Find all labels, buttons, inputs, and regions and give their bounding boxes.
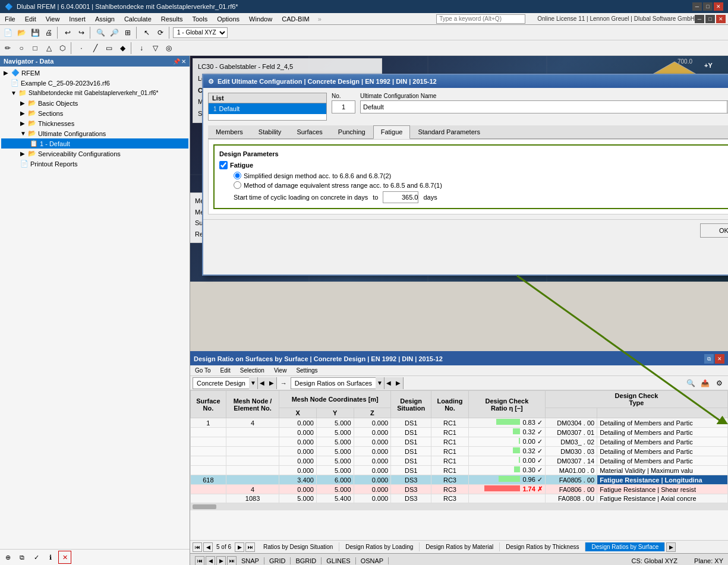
page-next-button[interactable]: ▶ [235, 542, 244, 552]
tb2-3[interactable]: □ [29, 42, 42, 55]
tb-rotate[interactable]: ⟳ [154, 26, 167, 39]
menu-options[interactable]: Options [212, 14, 244, 24]
nav-tb-info[interactable]: ℹ [44, 551, 57, 564]
maximize-button[interactable]: □ [703, 2, 713, 11]
list-item-1[interactable]: 1 Default [209, 103, 326, 114]
table-dropdown-icon[interactable]: ▼ [376, 377, 384, 389]
tb2-line[interactable]: ╱ [89, 42, 102, 55]
results-selection[interactable]: Selection [235, 366, 269, 375]
status-snap[interactable]: SNAP [241, 557, 264, 564]
nav-item-serviceability[interactable]: ▶ 📂 Serviceability Configurations [1, 149, 188, 159]
status-next-button[interactable]: ▶ [216, 556, 226, 566]
status-grid[interactable]: GRID [269, 557, 291, 564]
tab-design-ratios-by-thickness[interactable]: Design Ratios by Thickness [500, 542, 585, 551]
tab-fatigue[interactable]: Fatigue [373, 125, 411, 139]
tabs-scroll-right[interactable]: ▶ [666, 542, 676, 552]
tab-punching[interactable]: Punching [330, 125, 373, 138]
table-row[interactable]: 1 4 0.000 5.000 0.000 DS1 RC1 0.83 ✓ DM0… [191, 418, 728, 428]
page-first-button[interactable]: ⏮ [193, 542, 202, 552]
status-osnap[interactable]: OSNAP [361, 557, 389, 564]
table-row[interactable]: 618 3.400 6.000 0.000 DS3 RC3 0.96 ✓ FA0… [191, 475, 728, 485]
tb-redo[interactable]: ↪ [75, 26, 88, 39]
tab-design-ratios-by-surface[interactable]: Design Ratios by Surface [585, 542, 665, 551]
menu-window[interactable]: Window [244, 14, 277, 24]
no-input[interactable] [332, 100, 355, 113]
nav-tb-add[interactable]: ⊕ [1, 551, 14, 564]
toggle-sections[interactable]: ▶ [20, 110, 26, 116]
nav-tb-delete[interactable]: ✕ [58, 551, 71, 564]
nav-item-printout[interactable]: 📄 Printout Reports [1, 159, 188, 169]
ok-button[interactable]: OK [700, 223, 728, 238]
status-first-button[interactable]: ⏮ [195, 556, 204, 566]
page-prev-button[interactable]: ◀ [203, 542, 213, 552]
tb-zoom-out[interactable]: 🔎 [108, 26, 121, 39]
tb-zoom-in[interactable]: 🔍 [94, 26, 107, 39]
tab-design-ratios-by-material[interactable]: Design Ratios by Material [420, 542, 500, 551]
menu-insert[interactable]: Insert [64, 14, 90, 24]
nav-item-example[interactable]: 📄 Example C_25-09-2023v16.rf6 [1, 78, 188, 88]
module-next-button[interactable]: ▶ [267, 377, 276, 389]
nav-item-default[interactable]: 📋 1 - Default [1, 138, 188, 149]
results-edit[interactable]: Edit [216, 366, 235, 375]
search-input[interactable] [436, 14, 525, 24]
results-goto[interactable]: Go To [190, 366, 216, 375]
table-row[interactable]: 0.000 5.000 0.000 DS1 RC1 0.30 ✓ MA01.00… [191, 466, 728, 475]
nav-item-rfem[interactable]: ▶ 🔷 RFEM [1, 68, 188, 78]
tab-ratios-by-situation[interactable]: Ratios by Design Situation [257, 542, 339, 551]
table-row[interactable]: 0.000 5.000 0.000 DS1 RC1 0.00 ✓ DM03_ .… [191, 437, 728, 447]
minimize-button[interactable]: ─ [692, 2, 702, 11]
table-row[interactable]: 0.000 5.000 0.000 DS1 RC1 0.00 ✓ DM0307 … [191, 456, 728, 466]
tb2-5[interactable]: ⬡ [56, 42, 69, 55]
results-restore-button[interactable]: ⧉ [704, 354, 714, 364]
tb2-surface[interactable]: ▭ [102, 42, 115, 55]
tab-design-ratios-by-loading[interactable]: Design Ratios by Loading [339, 542, 420, 551]
tab-surfaces[interactable]: Surfaces [289, 125, 330, 138]
radio-damage[interactable] [234, 181, 241, 189]
table-prev-button[interactable]: ◀ [384, 377, 393, 389]
menu-view[interactable]: View [41, 14, 65, 24]
tab-standard-params[interactable]: Standard Parameters [410, 125, 488, 138]
tb2-1[interactable]: ✏ [1, 42, 14, 55]
results-tb-filter[interactable]: 🔍 [684, 377, 697, 390]
nav-close-button[interactable]: ✕ [181, 58, 186, 65]
start-time-input[interactable] [383, 191, 418, 203]
tb-select[interactable]: ↖ [140, 26, 153, 39]
results-view[interactable]: View [269, 366, 292, 375]
nav-tb-check[interactable]: ✓ [30, 551, 43, 564]
page-last-button[interactable]: ⏭ [245, 542, 255, 552]
table-row[interactable]: 0.000 5.000 0.000 DS1 RC1 0.32 ✓ DM030 .… [191, 447, 728, 456]
tb2-4[interactable]: △ [42, 42, 55, 55]
menu-minimize-button[interactable]: ─ [695, 15, 704, 23]
nav-item-project[interactable]: ▼ 📁 Stahlbetondecke mit Gabelstaplerverk… [1, 88, 188, 98]
tb-zoom-all[interactable]: ⊞ [121, 26, 134, 39]
toggle-ultimate[interactable]: ▼ [20, 130, 26, 137]
nav-pin-button[interactable]: 📌 [173, 58, 180, 65]
nav-item-sections[interactable]: ▶ 📂 Sections [1, 108, 188, 118]
tb2-node[interactable]: · [75, 42, 88, 55]
tb2-2[interactable]: ○ [15, 42, 28, 55]
toggle-serviceability[interactable]: ▶ [20, 150, 26, 157]
menu-cad-bim[interactable]: CAD-BIM [277, 14, 314, 24]
tb-open[interactable]: 📂 [15, 26, 28, 39]
tab-stability[interactable]: Stability [251, 125, 289, 138]
view-combo[interactable]: 1 - Global XYZ [173, 27, 228, 38]
tb-undo[interactable]: ↩ [61, 26, 74, 39]
toggle-rfem[interactable]: ▶ [4, 70, 10, 76]
menu-calculate[interactable]: Calculate [119, 14, 156, 24]
status-glines[interactable]: GLINES [326, 557, 355, 564]
menu-maximize-button[interactable]: □ [705, 15, 715, 23]
toggle-project[interactable]: ▼ [11, 90, 17, 96]
status-prev-button[interactable]: ◀ [206, 556, 215, 566]
results-tb-export[interactable]: 📤 [698, 377, 711, 390]
radio-simplified[interactable] [234, 172, 241, 179]
menu-tools[interactable]: Tools [187, 14, 212, 24]
tb-new[interactable]: 📄 [1, 26, 14, 39]
menu-assign[interactable]: Assign [90, 14, 119, 24]
toggle-basic[interactable]: ▶ [20, 100, 26, 106]
close-button[interactable]: ✕ [714, 2, 723, 11]
table-next-button[interactable]: ▶ [393, 377, 403, 389]
nav-item-ultimate[interactable]: ▼ 📂 Ultimate Configurations [1, 128, 188, 138]
tb2-support[interactable]: ▽ [149, 42, 162, 55]
menu-results[interactable]: Results [156, 14, 188, 24]
hscroll-thumb[interactable] [193, 504, 216, 509]
